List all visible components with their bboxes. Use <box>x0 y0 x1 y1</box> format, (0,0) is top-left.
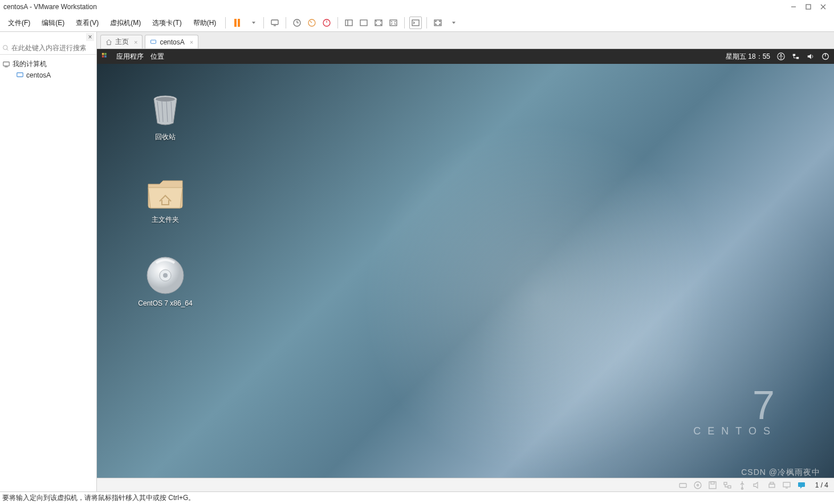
menu-view[interactable]: 查看(V) <box>70 14 104 31</box>
svg-rect-23 <box>17 73 23 77</box>
home-icon <box>105 39 112 46</box>
svg-rect-52 <box>798 482 805 487</box>
desktop-icon-disc[interactable]: CentOS 7 x86_64 <box>131 255 200 307</box>
device-display-icon[interactable] <box>782 481 791 490</box>
tab-centosA[interactable]: centosA × <box>145 35 198 48</box>
close-button[interactable] <box>816 2 831 12</box>
menu-vm[interactable]: 虚拟机(M) <box>104 14 147 31</box>
menu-file[interactable]: 文件(F) <box>2 14 36 31</box>
disc-icon <box>145 255 186 296</box>
gnome-places-menu[interactable]: 位置 <box>150 52 164 62</box>
trash-icon <box>147 92 184 129</box>
svg-rect-24 <box>151 40 156 43</box>
svg-rect-12 <box>345 20 352 26</box>
sidebar-close-button[interactable]: × <box>86 33 94 41</box>
send-ctrl-alt-del-button[interactable] <box>268 17 281 29</box>
network-icon[interactable] <box>792 52 800 60</box>
svg-rect-46 <box>728 486 731 488</box>
vm-status-bar: 1 / 4 <box>97 478 834 491</box>
svg-rect-27 <box>102 55 104 58</box>
menu-bar: 文件(F) 编辑(E) 查看(V) 虚拟机(M) 选项卡(T) 帮助(H) <box>0 14 834 32</box>
view-sidebar-button[interactable] <box>343 17 355 29</box>
view-stretch-button[interactable] <box>372 17 385 29</box>
desktop-label-home: 主文件夹 <box>152 215 179 225</box>
search-input[interactable] <box>11 44 86 52</box>
gnome-applications-menu[interactable]: 应用程序 <box>116 52 144 62</box>
svg-rect-31 <box>793 54 795 56</box>
tab-home-label: 主页 <box>115 37 129 47</box>
svg-rect-49 <box>770 482 774 484</box>
gnome-clock[interactable]: 星期五 18：55 <box>726 52 770 62</box>
hint-text: 要将输入定向到该虚拟机，请将鼠标指针移入其中或按 Ctrl+G。 <box>2 493 195 503</box>
tree-item-label: centosA <box>26 71 51 79</box>
main-panel: 主页 × centosA × 应用程序 位置 星期五 18：55 <box>97 32 834 491</box>
snapshot-manager-button[interactable] <box>320 17 333 29</box>
library-search <box>0 41 96 55</box>
accessibility-icon[interactable] <box>777 52 785 60</box>
folder-home-icon <box>145 175 186 212</box>
menu-help[interactable]: 帮助(H) <box>188 14 222 31</box>
library-sidebar: × 我的计算机 centosA <box>0 32 97 491</box>
tree-item-centosA[interactable]: centosA <box>2 70 94 80</box>
desktop-label-trash: 回收站 <box>155 132 176 142</box>
device-sound-icon[interactable] <box>752 481 762 490</box>
tab-vm-label: centosA <box>160 38 184 46</box>
device-cd-icon[interactable] <box>693 481 702 490</box>
desktop-label-disc: CentOS 7 x86_64 <box>138 299 192 307</box>
device-hdd-icon[interactable] <box>678 481 687 490</box>
fullscreen-dropdown[interactable] <box>446 17 459 29</box>
snapshot-take-button[interactable] <box>291 17 303 29</box>
snapshot-revert-button[interactable] <box>306 17 318 29</box>
fullscreen-button[interactable] <box>432 17 444 29</box>
svg-rect-28 <box>104 55 107 58</box>
watermark: CSDN @冷枫雨夜中 <box>741 468 820 478</box>
svg-rect-43 <box>709 482 716 489</box>
power-icon[interactable] <box>821 52 829 60</box>
pause-vm-button[interactable] <box>229 17 245 29</box>
svg-rect-4 <box>271 20 278 25</box>
svg-point-19 <box>3 45 8 50</box>
maximize-button[interactable] <box>801 2 816 12</box>
view-fit-button[interactable] <box>387 17 400 29</box>
tree-root-my-computer[interactable]: 我的计算机 <box>2 58 94 70</box>
device-network-icon[interactable] <box>723 481 732 490</box>
svg-rect-16 <box>390 20 397 26</box>
gnome-top-bar: 应用程序 位置 星期五 18：55 <box>97 49 834 64</box>
svg-point-36 <box>156 97 175 101</box>
console-view-button[interactable] <box>409 17 422 29</box>
svg-point-41 <box>694 482 701 489</box>
tab-strip: 主页 × centosA × <box>97 32 834 49</box>
svg-rect-45 <box>724 482 727 485</box>
minimize-button[interactable] <box>786 2 801 12</box>
menu-edit[interactable]: 编辑(E) <box>36 14 70 31</box>
svg-rect-40 <box>680 483 686 487</box>
guest-desktop[interactable]: 回收站 主文件夹 CentOS 7 <box>97 64 834 491</box>
power-dropdown[interactable] <box>246 17 259 29</box>
menu-tabs[interactable]: 选项卡(T) <box>147 14 187 31</box>
svg-rect-1 <box>806 5 811 9</box>
device-printer-icon[interactable] <box>767 481 776 490</box>
tab-home-close[interactable]: × <box>134 39 137 46</box>
hint-bar: 要将输入定向到该虚拟机，请将鼠标指针移入其中或按 Ctrl+G。 <box>0 491 834 504</box>
desktop-icon-home[interactable]: 主文件夹 <box>131 175 200 225</box>
svg-line-20 <box>7 49 8 50</box>
tab-home[interactable]: 主页 × <box>100 35 143 48</box>
svg-rect-21 <box>3 62 10 66</box>
volume-icon[interactable] <box>807 52 815 60</box>
device-usb-icon[interactable] <box>738 481 747 490</box>
tree-root-label: 我的计算机 <box>13 59 47 69</box>
svg-rect-25 <box>102 53 104 55</box>
svg-rect-14 <box>360 20 367 26</box>
svg-rect-17 <box>412 20 419 26</box>
svg-point-39 <box>163 273 168 278</box>
svg-rect-44 <box>711 482 714 484</box>
svg-point-30 <box>780 54 782 56</box>
device-floppy-icon[interactable] <box>708 481 717 490</box>
desktop-icon-trash[interactable]: 回收站 <box>131 92 200 142</box>
device-message-icon[interactable] <box>797 481 806 490</box>
window-title: centosA - VMware Workstation <box>3 3 97 11</box>
tab-vm-close[interactable]: × <box>190 39 193 46</box>
view-console-button[interactable] <box>357 17 370 29</box>
vm-icon <box>150 39 157 46</box>
svg-rect-48 <box>769 484 775 487</box>
